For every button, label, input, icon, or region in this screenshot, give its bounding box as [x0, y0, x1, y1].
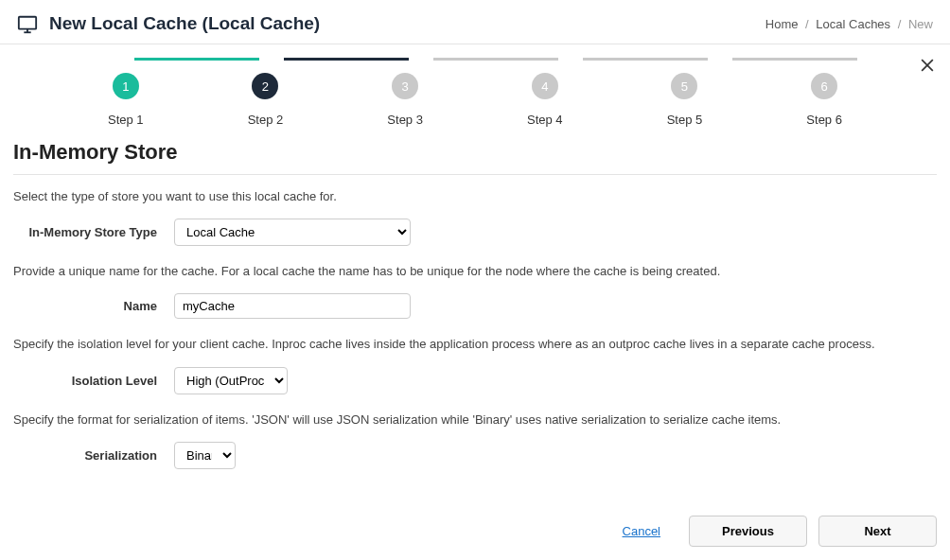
page-title: New Local Cache (Local Cache)	[49, 13, 320, 34]
step-circle: 4	[532, 73, 558, 99]
store-type-select[interactable]: Local Cache	[174, 219, 411, 246]
step-connector	[284, 58, 409, 61]
breadcrumb-sep: /	[898, 17, 902, 31]
label-serialization: Serialization	[13, 448, 174, 463]
next-button[interactable]: Next	[818, 516, 937, 547]
step-1[interactable]: 1 Step 1	[108, 73, 144, 127]
step-4[interactable]: 4 Step 4	[527, 73, 563, 127]
row-store-type: In-Memory Store Type Local Cache	[13, 219, 937, 246]
step-label: Step 2	[248, 113, 284, 127]
step-label: Step 1	[108, 113, 144, 127]
desc-store-type: Select the type of store you want to use…	[13, 188, 937, 205]
serialization-select[interactable]: Binary	[174, 442, 236, 469]
step-label: Step 6	[806, 113, 842, 127]
breadcrumb: Home / Local Caches / New	[765, 17, 933, 31]
step-connector	[583, 58, 708, 61]
cancel-link[interactable]: Cancel	[623, 524, 660, 538]
step-2[interactable]: 2 Step 2	[248, 73, 284, 127]
desc-serialization: Specify the format for serialization of …	[13, 411, 937, 429]
page-header: New Local Cache (Local Cache) Home / Loc…	[0, 0, 950, 44]
step-label: Step 5	[667, 113, 703, 127]
desc-name: Provide a unique name for the cache. For…	[13, 263, 937, 280]
label-store-type: In-Memory Store Type	[13, 225, 174, 239]
step-3[interactable]: 3 Step 3	[387, 73, 423, 127]
step-circle: 3	[392, 73, 418, 99]
monitor-icon	[17, 14, 38, 33]
step-label: Step 3	[387, 113, 423, 127]
step-connector	[732, 58, 857, 61]
step-label: Step 4	[527, 113, 563, 127]
step-6[interactable]: 6 Step 6	[806, 73, 842, 127]
breadcrumb-local-caches[interactable]: Local Caches	[816, 17, 890, 31]
label-name: Name	[13, 299, 174, 313]
step-5[interactable]: 5 Step 5	[667, 73, 703, 127]
section-title: In-Memory Store	[13, 140, 937, 175]
breadcrumb-sep: /	[805, 17, 809, 31]
step-connector	[134, 58, 259, 61]
step-circle: 2	[252, 73, 278, 99]
step-connector	[433, 58, 558, 61]
svg-rect-0	[19, 17, 36, 29]
previous-button[interactable]: Previous	[689, 516, 807, 547]
stepper: 1 Step 1 2 Step 2 3 Step 3 4 Step 4 5	[13, 44, 937, 127]
step-circle: 6	[811, 73, 837, 99]
breadcrumb-current: New	[908, 17, 933, 31]
desc-isolation: Specify the isolation level for your cli…	[13, 336, 937, 353]
wizard-footer: Cancel Previous Next	[623, 516, 937, 547]
header-left: New Local Cache (Local Cache)	[17, 13, 320, 34]
step-circle: 1	[113, 73, 139, 99]
name-input[interactable]	[174, 293, 411, 319]
label-isolation: Isolation Level	[13, 374, 174, 388]
breadcrumb-home[interactable]: Home	[765, 17, 799, 31]
wizard-body: 1 Step 1 2 Step 2 3 Step 3 4 Step 4 5	[0, 44, 950, 469]
step-circle: 5	[671, 73, 697, 99]
row-serialization: Serialization Binary	[13, 442, 937, 469]
row-name: Name	[13, 293, 937, 319]
row-isolation: Isolation Level High (OutProc)	[13, 367, 937, 394]
isolation-select[interactable]: High (OutProc)	[174, 367, 288, 394]
